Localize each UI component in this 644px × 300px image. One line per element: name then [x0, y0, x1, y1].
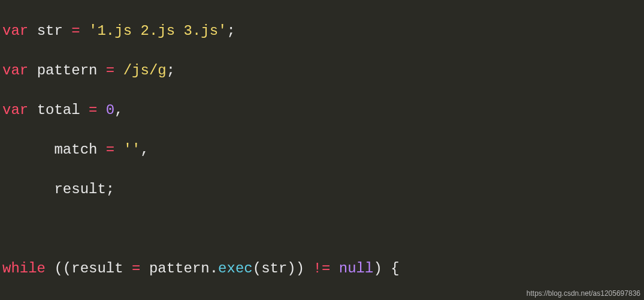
code-line: var total = 0, — [2, 100, 642, 120]
watermark-text: https://blog.csdn.net/as1205697836 — [527, 289, 640, 298]
code-line: var str = '1.js 2.js 3.js'; — [2, 21, 642, 41]
code-line: result; — [2, 179, 642, 199]
code-line: while ((result = pattern.exec(str)) != n… — [2, 259, 642, 278]
code-line — [2, 219, 642, 239]
code-editor[interactable]: var str = '1.js 2.js 3.js'; var pattern … — [0, 0, 644, 300]
code-line: match = '', — [2, 140, 642, 160]
code-line: var pattern = /js/g; — [2, 61, 642, 80]
